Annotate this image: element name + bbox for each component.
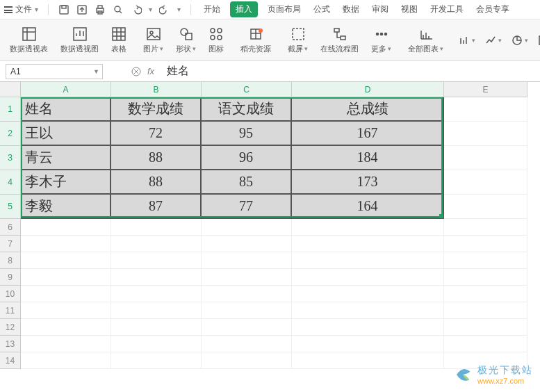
shapes-button[interactable]: 形状▾ [172,26,200,54]
cell[interactable] [444,219,527,236]
cell[interactable] [202,286,292,302]
tab-公式[interactable]: 公式 [311,1,333,17]
cell[interactable] [292,236,444,252]
table-cell[interactable]: 72 [111,122,202,146]
cell[interactable] [444,170,527,195]
table-cell[interactable]: 王以 [21,122,111,146]
row-header-4[interactable]: 4 [0,170,21,195]
save-icon[interactable] [58,4,69,15]
table-cell[interactable]: 青云 [21,146,111,170]
table-cell[interactable]: 李毅 [21,195,111,219]
cell[interactable] [21,269,111,286]
row-header-12[interactable]: 12 [0,319,21,336]
cell[interactable] [444,97,527,122]
cell[interactable] [21,319,111,336]
table-header-cell[interactable]: 姓名 [21,97,111,122]
cell[interactable] [21,336,111,352]
table-header-cell[interactable]: 总成绩 [292,97,444,122]
row-header-10[interactable]: 10 [0,286,21,302]
cell[interactable] [444,269,527,286]
column-header-D[interactable]: D [292,82,444,97]
cell[interactable] [202,352,292,369]
table-cell[interactable]: 88 [111,146,202,170]
cancel-icon[interactable] [131,66,142,77]
row-header-5[interactable]: 5 [0,195,21,219]
cell[interactable] [292,336,444,352]
row-header-14[interactable]: 14 [0,352,21,369]
cell[interactable] [111,252,202,269]
table-cell[interactable]: 184 [292,146,444,170]
cell[interactable] [202,336,292,352]
bar-chart-button[interactable]: ▾ [459,35,475,46]
cell[interactable] [292,269,444,286]
table-cell[interactable]: 96 [202,146,292,170]
tab-视图[interactable]: 视图 [398,1,420,17]
cell[interactable] [202,219,292,236]
cell[interactable] [292,286,444,302]
cell[interactable] [444,195,527,219]
cell[interactable] [202,269,292,286]
tab-会员专享[interactable]: 会员专享 [473,1,512,17]
cells-area[interactable]: 姓名数学成绩语文成绩总成绩王以7295167青云8896184李木子888517… [21,97,527,369]
cell[interactable] [21,219,111,236]
table-cell[interactable]: 173 [292,170,444,195]
cell[interactable] [21,236,111,252]
cell[interactable] [444,252,527,269]
cell[interactable] [21,352,111,369]
export-icon[interactable] [76,4,88,15]
print-icon[interactable] [95,4,106,15]
cell[interactable] [202,302,292,319]
tab-页面布局[interactable]: 页面布局 [265,1,304,17]
cell[interactable] [111,336,202,352]
name-box[interactable]: A1 ▼ [6,64,103,79]
table-cell[interactable]: 88 [111,170,202,195]
table-cell[interactable]: 李木子 [21,170,111,195]
line-chart-button[interactable]: ▾ [485,35,502,46]
formula-value[interactable]: 姓名 [167,64,189,79]
tab-开始[interactable]: 开始 [201,1,223,17]
cell[interactable] [21,302,111,319]
cell[interactable] [444,146,527,170]
icons-button[interactable]: 图标 [204,26,228,54]
cell[interactable] [111,286,202,302]
tab-审阅[interactable]: 审阅 [369,1,391,17]
tab-插入[interactable]: 插入 [230,1,258,17]
cell[interactable] [444,319,527,336]
row-header-6[interactable]: 6 [0,219,21,236]
cell[interactable] [111,302,202,319]
row-header-13[interactable]: 13 [0,336,21,352]
row-header-11[interactable]: 11 [0,302,21,319]
pivot-chart-button[interactable]: 数据透视图 [56,26,103,54]
screenshot-button[interactable]: 截屏▾ [284,26,312,54]
cell[interactable] [111,269,202,286]
tab-开发工具[interactable]: 开发工具 [427,1,466,17]
column-header-A[interactable]: A [21,82,111,97]
table-cell[interactable]: 95 [202,122,292,146]
chevron-down-icon[interactable]: ▾ [177,6,181,13]
pie-chart-button[interactable]: ▾ [512,35,528,46]
row-header-7[interactable]: 7 [0,236,21,252]
column-header-C[interactable]: C [202,82,292,97]
cell[interactable] [444,122,527,146]
chevron-down-icon[interactable]: ▾ [149,6,152,13]
cell[interactable] [444,336,527,352]
cell[interactable] [444,302,527,319]
table-cell[interactable]: 167 [292,122,444,146]
cell[interactable] [202,319,292,336]
all-charts-button[interactable]: 全部图表▾ [404,26,448,54]
cell[interactable] [292,219,444,236]
preview-icon[interactable] [113,4,124,15]
more-button[interactable]: 更多▾ [367,26,395,54]
cell[interactable] [292,352,444,369]
file-menu[interactable]: 文件 ▾ [4,3,38,15]
tab-数据[interactable]: 数据 [340,1,362,17]
pivot-table-button[interactable]: 数据透视表 [6,26,52,54]
cell[interactable] [111,352,202,369]
table-cell[interactable]: 77 [202,195,292,219]
cell[interactable] [444,286,527,302]
row-header-8[interactable]: 8 [0,252,21,269]
column-header-B[interactable]: B [111,82,202,97]
table-header-cell[interactable]: 语文成绩 [202,97,292,122]
cell[interactable] [444,236,527,252]
table-header-cell[interactable]: 数学成绩 [111,97,202,122]
